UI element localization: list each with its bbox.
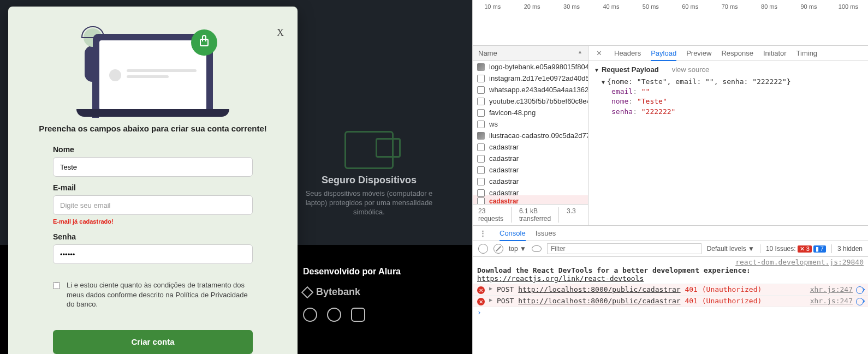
request-row[interactable]: cadastrar xyxy=(473,141,588,153)
senha-label: Senha xyxy=(53,232,253,241)
request-type-icon xyxy=(477,98,485,105)
request-name: logo-bytebank.e05a998015f8049 xyxy=(489,63,588,71)
request-type-icon xyxy=(477,121,485,128)
timeline-tick: 20 ms xyxy=(512,3,551,10)
request-row[interactable]: cadastrar xyxy=(473,153,588,164)
timeline-tick: 90 ms xyxy=(789,3,828,10)
network-request-list[interactable]: Name▲ logo-bytebank.e05a998015f8049insta… xyxy=(473,46,588,225)
tab-console[interactable]: Console xyxy=(500,229,526,241)
timeline-tick: 10 ms xyxy=(473,3,512,10)
request-row[interactable]: favicon-48.png xyxy=(473,107,588,118)
close-tab-icon[interactable]: ✕ xyxy=(596,49,604,57)
name-label: Nome xyxy=(53,145,253,154)
tab-preview[interactable]: Preview xyxy=(686,49,711,57)
xhr-icon[interactable] xyxy=(856,286,864,294)
whatsapp-icon[interactable] xyxy=(327,308,341,322)
request-name: cadastrar xyxy=(489,189,519,197)
youtube-icon[interactable] xyxy=(351,308,365,322)
timeline-tick: 30 ms xyxy=(552,3,591,10)
name-input[interactable] xyxy=(53,157,253,177)
timeline-tick: 50 ms xyxy=(631,3,670,10)
tab-payload[interactable]: Payload xyxy=(651,49,676,61)
tab-issues[interactable]: Issues xyxy=(536,229,556,237)
request-row[interactable]: cadastrar xyxy=(473,176,588,187)
senha-input[interactable] xyxy=(53,244,253,264)
modal-illustration xyxy=(15,23,291,112)
tab-headers[interactable]: Headers xyxy=(614,49,641,57)
error-icon: ✕ xyxy=(477,286,485,294)
request-name: cadastrar xyxy=(489,154,519,163)
name-column[interactable]: Name xyxy=(478,49,497,57)
request-type-icon xyxy=(477,75,485,82)
timeline-tick: 100 ms xyxy=(829,3,868,10)
submit-button[interactable]: Criar conta xyxy=(53,330,253,354)
timeline-tick: 60 ms xyxy=(670,3,710,10)
timeline-tick: 40 ms xyxy=(591,3,631,10)
hidden-count[interactable]: 3 hidden xyxy=(837,245,863,253)
console-prompt[interactable]: › xyxy=(473,307,868,317)
email-error: E-mail já cadastrado! xyxy=(53,218,253,225)
signup-modal: X Preencha os campos abaixo para criar s… xyxy=(8,7,298,354)
request-name: cadastrar xyxy=(489,177,519,185)
request-name: ilustracao-cadastro.09c5da2d770 xyxy=(489,131,588,140)
request-row[interactable]: ilustracao-cadastro.09c5da2d770 xyxy=(473,130,588,141)
request-type-icon xyxy=(477,109,485,117)
terms-checkbox[interactable] xyxy=(53,282,60,289)
console-filter-input[interactable] xyxy=(547,243,701,254)
request-type-icon xyxy=(477,132,485,140)
logo-icon xyxy=(301,286,314,298)
issues-badge[interactable]: 10 Issues: ✕ 3 ▮ 7 xyxy=(766,245,826,253)
network-detail-tabs: ✕HeadersPayloadPreviewResponseInitiatorT… xyxy=(588,46,868,61)
email-label: E-mail xyxy=(53,183,253,192)
request-type-icon xyxy=(477,178,485,185)
footer-dev: Desenvolvido por Alura xyxy=(303,267,472,277)
tab-initiator[interactable]: Initiator xyxy=(763,49,787,57)
drawer-tabs: ⋮ Console Issues xyxy=(473,226,868,241)
request-row[interactable]: instagram.2d17e1e0972ad40d5b... xyxy=(473,73,588,84)
request-row[interactable]: cadastrar xyxy=(473,164,588,176)
request-name: instagram.2d17e1e0972ad40d5b... xyxy=(489,74,588,82)
request-name: cadastrar xyxy=(489,197,519,205)
request-row[interactable]: logo-bytebank.e05a998015f8049 xyxy=(473,61,588,73)
console-line: react-dom.development.js:29840Download t… xyxy=(473,257,868,284)
console-error-line: ✕▶POST http://localhost:8000/public/cada… xyxy=(473,296,868,307)
request-name: cadastrar xyxy=(489,143,519,151)
request-row[interactable]: ws xyxy=(473,118,588,130)
live-expression-icon[interactable] xyxy=(532,245,542,252)
console-log[interactable]: react-dom.development.js:29840Download t… xyxy=(473,257,868,354)
request-name: ws xyxy=(489,120,498,128)
request-name: youtube.c1305f5b7b5bef60c8e42 xyxy=(489,97,588,105)
log-levels-select[interactable]: Default levels ▼ xyxy=(707,245,754,253)
request-name: cadastrar xyxy=(489,166,519,174)
network-timeline[interactable]: 10 ms20 ms30 ms40 ms50 ms60 ms70 ms80 ms… xyxy=(473,0,868,46)
instagram-icon[interactable] xyxy=(303,308,317,322)
request-row[interactable]: youtube.c1305f5b7b5bef60c8e42 xyxy=(473,95,588,107)
lock-icon xyxy=(191,29,217,56)
request-type-icon xyxy=(477,197,485,205)
request-row[interactable]: whatsapp.e243ad405a4aa1362ed xyxy=(473,84,588,95)
terms-row[interactable]: Li e estou ciente quanto às condições de… xyxy=(53,280,253,309)
payload-panel: ▼Request Payloadview source ▼{nome: "Tes… xyxy=(588,61,868,121)
context-select[interactable]: top ▼ xyxy=(509,245,526,253)
network-footer: 23 requests 6.1 kB transferred 3.3 xyxy=(473,204,588,225)
request-type-icon xyxy=(477,166,485,174)
terms-text: Li e estou ciente quanto às condições de… xyxy=(67,280,253,309)
tab-timing[interactable]: Timing xyxy=(796,49,818,57)
timeline-tick: 80 ms xyxy=(750,3,789,10)
request-name: favicon-48.png xyxy=(489,109,536,117)
feature-text: Seus dispositivos móveis (computador e l… xyxy=(298,189,440,217)
sidebar-toggle-icon[interactable] xyxy=(478,244,488,254)
error-icon: ✕ xyxy=(477,298,485,305)
request-type-icon xyxy=(477,189,485,197)
clear-console-icon[interactable] xyxy=(494,244,503,254)
email-input[interactable] xyxy=(53,195,253,215)
request-name: whatsapp.e243ad405a4aa1362ed xyxy=(489,86,588,94)
devtools-panel: 10 ms20 ms30 ms40 ms50 ms60 ms70 ms80 ms… xyxy=(472,0,868,354)
sort-icon[interactable]: ▲ xyxy=(578,49,582,57)
devices-icon xyxy=(344,131,394,169)
tab-response[interactable]: Response xyxy=(721,49,753,57)
drawer-menu-icon[interactable]: ⋮ xyxy=(479,229,486,237)
view-source-link[interactable]: view source xyxy=(672,65,710,74)
xhr-icon[interactable] xyxy=(856,298,864,305)
timeline-tick: 70 ms xyxy=(710,3,749,10)
